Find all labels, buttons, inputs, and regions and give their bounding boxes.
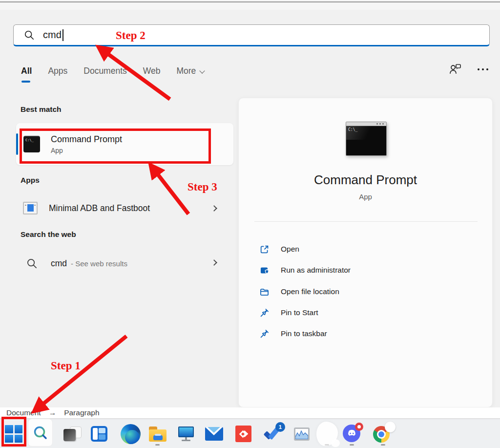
edge-icon <box>121 424 141 444</box>
search-gradient-icon <box>32 425 49 441</box>
app-result-label: Minimal ADB and Fastboot <box>49 203 150 213</box>
annotation-step2-label: Step 2 <box>116 29 146 42</box>
monitor-icon <box>178 427 194 442</box>
action-open[interactable]: Open <box>259 242 299 256</box>
notification-badge: 1 <box>275 422 285 432</box>
status-document-label: Document <box>6 408 41 417</box>
blue-window-icon <box>91 426 107 442</box>
action-open-file-location[interactable]: Open file location <box>259 284 339 299</box>
envelope-icon <box>205 427 223 441</box>
widgets-window-button[interactable] <box>90 419 108 448</box>
preview-title: Command Prompt <box>239 172 492 188</box>
action-pin-to-start[interactable]: Pin to Start <box>259 305 318 320</box>
preview-subtitle: App <box>239 192 492 201</box>
text-caret <box>62 29 63 41</box>
active-tab-underline <box>21 81 30 83</box>
taskbar: 1 <box>0 419 500 448</box>
overlapping-windows-icon <box>63 426 82 442</box>
folder-icon <box>149 427 167 442</box>
annotation-box-start-button <box>1 417 26 447</box>
performance-graph-icon <box>294 427 310 441</box>
chevron-down-icon <box>200 68 205 73</box>
checkmark-icon: 1 <box>264 424 284 444</box>
app-result-minimal-adb[interactable]: Minimal ADB and Fastboot <box>23 196 223 220</box>
search-filter-tabs: All Apps Documents Web More <box>21 66 204 76</box>
running-indicator <box>325 444 329 446</box>
search-icon <box>24 30 35 41</box>
web-result-item[interactable]: cmd - See web results <box>26 252 222 275</box>
admin-shield-icon <box>259 265 270 276</box>
running-indicator <box>155 444 160 446</box>
annotation-step3-label: Step 3 <box>188 181 217 193</box>
background-window-edge <box>0 0 500 10</box>
action-pin-to-taskbar[interactable]: Pin to taskbar <box>259 326 327 341</box>
status-arrow: → <box>49 408 57 417</box>
web-suffix-text: - See web results <box>71 259 127 268</box>
status-paragraph-label: Paragraph <box>64 408 99 417</box>
open-external-icon <box>259 244 270 255</box>
annotation-step1-label: Step 1 <box>51 360 81 372</box>
divider <box>254 221 478 222</box>
tab-apps[interactable]: Apps <box>48 66 67 76</box>
search-icon <box>26 258 38 269</box>
profile-avatar <box>385 422 396 432</box>
action-run-as-administrator[interactable]: Run as administrator <box>259 263 351 277</box>
display-app-button[interactable] <box>177 419 195 448</box>
folder-icon <box>259 287 270 297</box>
tab-documents[interactable]: Documents <box>83 66 127 76</box>
search-input[interactable]: cmd <box>13 24 490 46</box>
pin-icon <box>259 308 270 318</box>
ghost-app-icon <box>316 422 338 446</box>
annotation-box-best-match <box>20 128 211 164</box>
search-web-heading: Search the web <box>21 230 76 239</box>
command-prompt-large-icon: C:\_ <box>346 122 387 156</box>
editor-status-bar: Document → Paragraph <box>0 407 500 419</box>
apps-heading: Apps <box>21 176 40 185</box>
anydesk-icon <box>235 426 251 442</box>
selection-indicator <box>16 133 18 155</box>
installer-app-icon <box>23 202 38 214</box>
task-manager-button[interactable] <box>293 419 311 448</box>
more-options-icon[interactable] <box>478 68 488 70</box>
search-flyout: cmd All Apps Documents Web More <box>0 10 500 407</box>
tab-all[interactable]: All <box>21 66 32 76</box>
pin-icon <box>259 329 270 339</box>
notification-dot <box>355 423 363 431</box>
edge-button[interactable] <box>120 419 141 448</box>
background-window-border <box>0 1 500 2</box>
tab-web[interactable]: Web <box>143 66 161 76</box>
web-query-text: cmd <box>51 258 67 269</box>
running-indicator <box>381 444 385 446</box>
taskbar-search-button[interactable] <box>28 419 53 447</box>
search-query-text: cmd <box>43 29 62 41</box>
tab-more[interactable]: More <box>176 66 204 76</box>
preview-panel: C:\_ Command Prompt App Open Run as a <box>238 98 493 407</box>
todo-app-button[interactable]: 1 <box>264 419 284 448</box>
mail-button[interactable] <box>205 419 223 448</box>
feedback-user-icon[interactable] <box>449 64 462 75</box>
best-match-heading: Best match <box>21 105 62 114</box>
anydesk-button[interactable] <box>235 419 252 448</box>
running-indicator <box>350 444 354 446</box>
windows-search-screen: cmd All Apps Documents Web More <box>0 0 500 448</box>
task-view-button[interactable] <box>62 419 82 448</box>
